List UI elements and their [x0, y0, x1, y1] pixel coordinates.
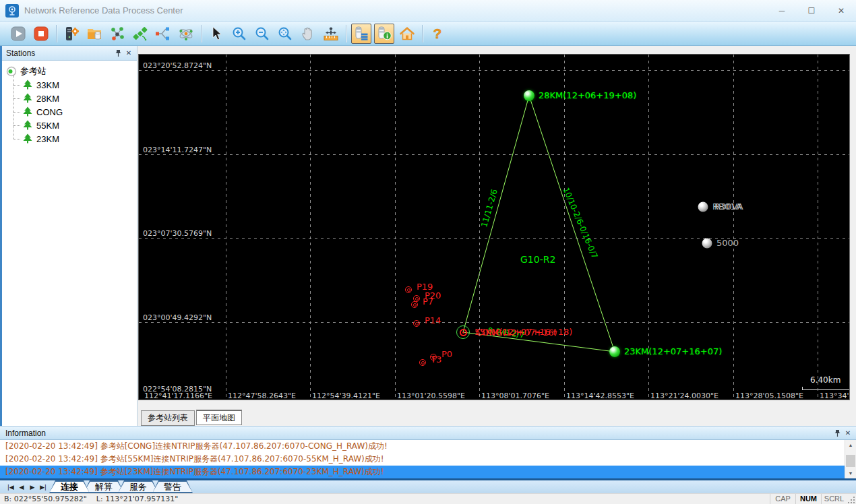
map-tab-strip: 参考站列表平面地图	[137, 402, 856, 426]
grid-line-vertical	[226, 55, 226, 400]
status-toggle-cap: CAP	[770, 494, 795, 504]
grid-line-horizontal	[139, 322, 849, 323]
log-tab-0[interactable]: 连接	[49, 480, 90, 493]
grid-line-vertical	[818, 55, 818, 400]
log-scrollbar[interactable]: ▲ ▼	[845, 440, 856, 478]
toolbar-topology-button[interactable]	[153, 24, 173, 44]
toolbar-select-cursor-button[interactable]	[206, 24, 226, 44]
tab-nav-0-button[interactable]: |◀	[5, 481, 16, 493]
toolbar-process-config-button[interactable]	[61, 24, 82, 44]
window-title: Network Reference Data Process Center	[24, 5, 183, 15]
status-toggle-scrl: SCRL	[821, 494, 847, 504]
longitude-tick-label: 113°28'05.1508"E	[735, 391, 803, 400]
information-header: Information ✕	[0, 427, 856, 440]
toolbar-pan-button[interactable]	[298, 24, 318, 44]
toolbar-solution-button[interactable]	[176, 24, 196, 44]
map-point-label-P7: P7	[423, 296, 433, 307]
status-toggle-num: NUM	[795, 494, 821, 504]
log-row[interactable]: [2020-02-20 13:42:49] 参考站[23KM]连接NTRIP服务…	[0, 466, 845, 478]
map-station-alarm[interactable]	[456, 325, 470, 339]
scroll-down-icon[interactable]: ▼	[845, 468, 856, 478]
tab-nav-3-button[interactable]: ▶|	[38, 481, 49, 493]
map-point-T3[interactable]	[419, 359, 426, 366]
toolbar-divider	[201, 25, 202, 42]
idle-station-label: 5000	[716, 238, 739, 248]
toolbar-stop-button[interactable]	[31, 24, 51, 44]
toolbar-zoom-in-button[interactable]	[229, 24, 249, 44]
map-station-23KM[interactable]	[609, 346, 620, 357]
toolbar-satellite-button[interactable]	[130, 24, 150, 44]
stations-panel-title: Stations	[6, 49, 113, 58]
scroll-thumb[interactable]	[846, 455, 855, 467]
map-canvas[interactable]: G10-R2 6.40km 023°20'52.8724"N023°14'11.…	[138, 54, 850, 400]
scroll-up-icon[interactable]: ▲	[845, 440, 856, 450]
longitude-value: L: 113°21'07.957131"	[96, 495, 178, 503]
map-station-28KM[interactable]	[524, 90, 534, 101]
pan-icon	[300, 26, 316, 42]
station-tree-label: 33KM	[36, 80, 59, 90]
toolbar-station-info-button[interactable]	[374, 24, 394, 44]
tree-root-reference-stations[interactable]: 参考站	[6, 65, 137, 78]
close-icon[interactable]: ✕	[123, 49, 134, 58]
toolbar-zoom-full-button[interactable]	[275, 24, 295, 44]
log-tab-label: 警告	[153, 482, 192, 492]
zoom-out-icon	[254, 26, 270, 42]
maximize-button[interactable]: ☐	[797, 0, 826, 22]
pin-icon[interactable]	[832, 429, 843, 438]
toolbar-divider	[56, 25, 57, 42]
start-icon	[10, 26, 26, 42]
map-idle-station[interactable]	[702, 239, 712, 249]
stations-tree: 参考站 33KM28KMCONG55KM23KM	[2, 61, 137, 146]
resize-grip[interactable]	[847, 494, 856, 504]
tab-nav-1-button[interactable]: ◀	[16, 481, 27, 493]
select-cursor-icon	[208, 26, 224, 42]
tree-item-23KM[interactable]: 23KM	[11, 132, 137, 146]
longitude-tick-label: 113°01'20.5598"E	[397, 391, 465, 400]
title-bar: Network Reference Data Process Center ─ …	[0, 0, 856, 22]
close-button[interactable]: ✕	[826, 0, 856, 22]
status-bar: B: 022°55'50.975282" L: 113°21'07.957131…	[0, 493, 856, 504]
map-point-P14[interactable]	[413, 320, 420, 327]
toolbar-divider	[346, 25, 346, 42]
close-icon[interactable]: ✕	[843, 429, 853, 438]
toolbar-help-button[interactable]: ?	[427, 24, 448, 44]
idle-station-label: R30VA	[714, 201, 743, 212]
tree-item-CONG[interactable]: CONG	[11, 105, 137, 119]
tree-item-33KM[interactable]: 33KM	[11, 78, 137, 92]
map-point-P19[interactable]	[405, 286, 412, 293]
toolbar-station-list-button[interactable]	[351, 24, 371, 44]
station-tree-label: CONG	[36, 107, 63, 117]
map-tab-0[interactable]: 参考站列表	[141, 410, 195, 426]
grid-line-vertical	[564, 55, 565, 400]
pin-icon[interactable]	[113, 49, 123, 58]
information-panel: Information ✕ [2020-02-20 13:42:49] 参考站[…	[0, 426, 856, 478]
grid-line-vertical	[395, 55, 396, 400]
log-row[interactable]: [2020-02-20 13:42:49] 参考站[55KM]连接NTRIP服务…	[0, 453, 845, 466]
baseline-lines	[139, 55, 850, 400]
toolbar-data-folder-button[interactable]	[84, 24, 104, 44]
map-station-label-23KM: 23KM(12+07+16+07)	[624, 346, 722, 356]
svg-text:?: ?	[433, 26, 442, 41]
tree-item-55KM[interactable]: 55KM	[11, 119, 137, 132]
toolbar-home-button[interactable]	[397, 24, 417, 44]
log-tab-3[interactable]: 警告	[152, 480, 193, 493]
scale-bar	[802, 387, 850, 390]
latitude-tick-label: 023°20'52.8724"N	[143, 61, 212, 70]
toolbar-measure-button[interactable]	[321, 24, 341, 44]
toolbar-start-button[interactable]	[8, 24, 28, 44]
tab-nav-buttons: |◀◀▶▶|	[5, 481, 49, 493]
longitude-tick-label: 112°54'39.4121"E	[312, 391, 380, 400]
tab-nav-2-button[interactable]: ▶	[27, 481, 38, 493]
map-point-P7[interactable]	[411, 301, 418, 308]
log-tabs: 连接解算服务警告	[55, 480, 193, 493]
minimize-button[interactable]: ─	[767, 0, 797, 22]
log-row[interactable]: [2020-02-20 13:42:49] 参考站[CONG]连接NTRIP服务…	[0, 440, 845, 453]
toolbar-network-graph-button[interactable]	[107, 24, 127, 44]
tree-item-28KM[interactable]: 28KM	[11, 92, 137, 105]
tree-children: 33KM28KMCONG55KM23KM	[11, 78, 137, 146]
alarm-bullseye-icon	[460, 329, 467, 336]
map-idle-station[interactable]	[698, 202, 708, 212]
toolbar-zoom-out-button[interactable]	[252, 24, 272, 44]
map-tab-1[interactable]: 平面地图	[196, 410, 242, 425]
grid-line-horizontal	[139, 154, 849, 155]
